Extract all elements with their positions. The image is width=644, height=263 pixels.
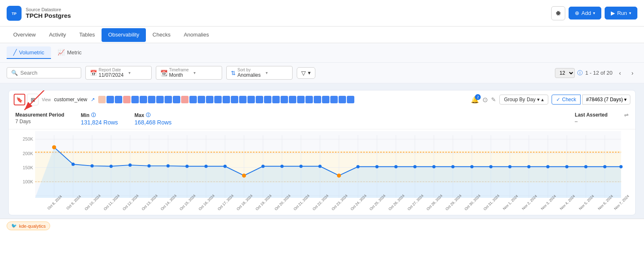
settings-button[interactable] [551, 6, 565, 20]
group-by-up-icon: ▴ [541, 97, 544, 102]
header-actions: ⊕ Add ▾ ▶ Run ▾ [551, 6, 637, 20]
svg-point-76 [603, 165, 607, 168]
svg-text:100K: 100K [23, 179, 34, 184]
svg-point-73 [546, 165, 550, 168]
per-page-select[interactable]: 122550 [555, 68, 575, 78]
color-square [156, 96, 164, 103]
color-square [272, 96, 280, 103]
svg-point-72 [527, 165, 530, 168]
tab-metric[interactable]: 📈 Metric [51, 46, 88, 59]
chart-header-row: 🔖 ⊞ View customer_view ↗ 🔔 2 ⊙ [9, 90, 635, 109]
color-square [322, 96, 329, 103]
timeframe-icon: 📆 [160, 70, 167, 76]
grid-view-button[interactable]: ⊞ [27, 94, 39, 105]
run-button[interactable]: ▶ Run ▾ [605, 7, 637, 19]
check-run-chevron-icon: ▾ [624, 97, 627, 102]
run-chevron-icon: ▾ [629, 11, 631, 15]
svg-point-74 [565, 165, 569, 168]
nav-checks[interactable]: Checks [146, 28, 177, 42]
stats-row: Measurement Period 7 Days Min ⓘ 131,824 … [9, 109, 635, 129]
color-square [123, 96, 131, 103]
svg-text:TP: TP [12, 12, 17, 16]
sort-by-field[interactable]: ⇅ Sort by Anomalies ▾ [226, 66, 293, 80]
report-date-chevron-icon: ▾ [128, 71, 131, 75]
svg-point-75 [584, 165, 588, 168]
chart-card: 🔖 ⊞ View customer_view ↗ 🔔 2 ⊙ [8, 90, 636, 215]
nav-observability[interactable]: Observability [102, 28, 146, 42]
timeframe-chevron-icon: ▾ [194, 71, 196, 75]
adjust-icon[interactable]: ⇌ [624, 112, 629, 118]
datastore-name: TPCH Postgres [26, 12, 551, 19]
min-help-icon: ⓘ [91, 112, 96, 118]
bookmark-icon: 🔖 [16, 97, 23, 103]
sort-icon: ⇅ [231, 70, 236, 76]
svg-text:150K: 150K [23, 165, 34, 170]
nav-activity[interactable]: Activity [42, 28, 73, 42]
color-square [131, 96, 139, 103]
svg-point-63 [356, 165, 360, 168]
view-name: customer_view [54, 97, 87, 102]
color-square [198, 96, 205, 103]
color-square [115, 96, 122, 103]
svg-point-52 [109, 165, 113, 168]
svg-point-64 [375, 165, 379, 168]
main-nav: Overview Activity Tables Observability C… [0, 27, 644, 43]
prev-page-button[interactable]: ‹ [615, 68, 625, 78]
nav-tables[interactable]: Tables [73, 28, 102, 42]
pagination-text: 1 - 12 of 20 [585, 70, 613, 76]
color-square [339, 96, 346, 103]
sub-tabs: ╱ Volumetric 📈 Metric [0, 43, 644, 63]
next-page-button[interactable]: › [627, 68, 637, 78]
last-asserted-label: Last Asserted [575, 112, 608, 118]
add-button[interactable]: ⊕ Add ▾ [569, 7, 601, 19]
bookmark-view-button[interactable]: 🔖 [14, 94, 25, 105]
max-help-icon: ⓘ [146, 112, 150, 118]
check-button[interactable]: ✓ Check [552, 95, 581, 105]
svg-point-77 [620, 165, 623, 168]
color-square [231, 96, 238, 103]
color-square [297, 96, 305, 103]
check-run-button[interactable]: #78463 (7 Days) ▾ [582, 95, 630, 105]
search-input[interactable] [20, 70, 70, 76]
circle-icon[interactable]: ⊙ [482, 96, 488, 104]
color-square [281, 96, 288, 103]
color-square [247, 96, 255, 103]
calendar-icon: 📅 [90, 70, 97, 76]
color-square [148, 96, 155, 103]
report-date-field[interactable]: 📅 Report Date 11/07/2024 ▾ [85, 66, 152, 80]
nav-anomalies[interactable]: Anomalies [177, 28, 215, 42]
chart-actions: 🔔 2 ⊙ ✎ Group By Day ▾ ▴ ✓ Check [471, 95, 630, 105]
pagination: 122550 ⓘ 1 - 12 of 20 ‹ › [555, 68, 637, 78]
color-square [165, 96, 172, 103]
svg-point-53 [128, 163, 132, 167]
last-asserted-value: – [575, 119, 608, 124]
footer-tag-label: kde-qualytics [19, 224, 46, 229]
group-by-selector[interactable]: Group By Day ▾ ▴ [499, 95, 548, 105]
min-stat: Min ⓘ 131,824 Rows [81, 112, 118, 126]
footer-tag[interactable]: 🐦 kde-qualytics [7, 222, 50, 230]
color-square [314, 96, 321, 103]
svg-point-68 [451, 165, 455, 168]
max-label: Max ⓘ [135, 112, 172, 118]
filter-button[interactable]: ▽ ▾ [297, 67, 315, 79]
tab-volumetric[interactable]: ╱ Volumetric [7, 46, 51, 59]
edit-icon[interactable]: ✎ [491, 96, 496, 103]
view-link[interactable]: ↗ [91, 97, 95, 102]
nav-overview[interactable]: Overview [7, 28, 42, 42]
measurement-period-value: 7 Days [15, 119, 64, 124]
color-square [181, 96, 189, 103]
color-square [107, 96, 114, 103]
add-icon: ⊕ [575, 10, 579, 16]
timeframe-field[interactable]: 📆 Timeframe Month ▾ [156, 66, 222, 80]
source-label: Source Datastore [26, 7, 551, 12]
svg-point-60 [281, 165, 284, 168]
sort-chevron-icon: ▾ [266, 71, 268, 75]
bell-notification[interactable]: 🔔 2 [471, 96, 479, 104]
filter-chevron-icon: ▾ [308, 70, 311, 76]
color-square [264, 96, 271, 103]
svg-point-51 [90, 164, 94, 168]
run-icon: ▶ [611, 10, 615, 16]
main-chart: 250K 200K 150K 100K [12, 131, 632, 212]
search-field[interactable]: 🔍 [7, 67, 81, 78]
svg-point-54 [148, 164, 151, 168]
